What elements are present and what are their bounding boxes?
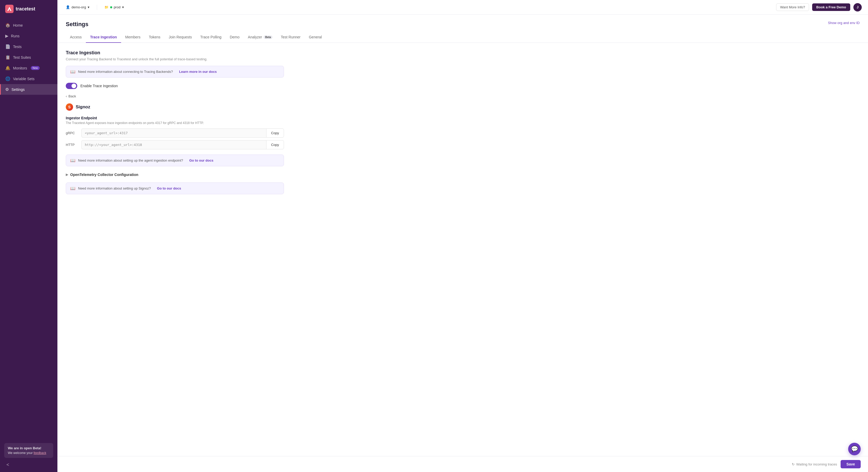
sidebar-item-label: Settings — [11, 87, 25, 92]
sidebar-item-variable-sets[interactable]: 🌐 Variable Sets — [0, 73, 57, 84]
tab-trace-polling[interactable]: Trace Polling — [196, 32, 225, 43]
endpoint-title: Ingestor Endpoint — [66, 116, 284, 120]
tab-analyzer[interactable]: Analyzer Beta — [244, 32, 277, 43]
grpc-value: <your_agent_url>:4317 — [85, 131, 128, 135]
env-status-dot — [110, 6, 112, 8]
active-indicator — [0, 84, 1, 95]
enable-toggle-label: Enable Trace Ingestion — [81, 84, 118, 88]
chat-button[interactable]: 💬 — [848, 443, 861, 455]
http-input: http://<your_agent_url>:4318 — [82, 140, 266, 149]
tabs: Access Trace Ingestion Members Tokens Jo… — [57, 32, 868, 43]
tab-join-requests[interactable]: Join Requests — [165, 32, 196, 43]
signoz-docs-link[interactable]: Go to our docs — [157, 186, 181, 190]
signoz-info-text: Need more information about setting up S… — [78, 186, 151, 190]
runs-icon: ▶ — [5, 33, 8, 38]
logo: tracetest — [0, 0, 57, 18]
sidebar-item-label: Test Suites — [13, 55, 31, 60]
sidebar-nav: 🏠 Home ▶ Runs 📄 Tests 📋 Test Suites 🔔 Mo… — [0, 18, 57, 439]
topbar-right: Want More Info? Book a Free Demo J — [776, 3, 862, 11]
http-copy-button[interactable]: Copy — [266, 140, 284, 149]
info-icon: 📖 — [70, 69, 75, 74]
grpc-label: gRPC — [66, 131, 82, 135]
sidebar-item-home[interactable]: 🏠 Home — [0, 20, 57, 31]
topbar-divider — [97, 5, 97, 10]
user-icon: 👤 — [66, 5, 70, 9]
tests-icon: 📄 — [5, 44, 10, 49]
tab-access[interactable]: Access — [66, 32, 86, 43]
otel-section-toggle[interactable]: ▶ OpenTelemetry Collector Configuration — [66, 172, 284, 178]
grpc-copy-button[interactable]: Copy — [266, 128, 284, 138]
org-name: demo-org — [71, 5, 86, 9]
http-endpoint-row: HTTP http://<your_agent_url>:4318 Copy — [66, 140, 284, 149]
learn-more-link[interactable]: Learn more in our docs — [179, 70, 217, 73]
chat-icon: 💬 — [851, 446, 858, 452]
monitors-badge: New — [31, 66, 40, 70]
sidebar-item-label: Variable Sets — [13, 77, 34, 81]
provider-name: Signoz — [76, 105, 90, 110]
provider-header: S Signoz — [66, 104, 284, 111]
content: Settings Show org and env ID Access Trac… — [57, 14, 868, 472]
sidebar-item-label: Tests — [13, 45, 22, 49]
grpc-input: <your_agent_url>:4317 — [82, 128, 266, 138]
sidebar-item-tests[interactable]: 📄 Tests — [0, 41, 57, 52]
env-folder-icon: 📁 — [104, 5, 108, 9]
enable-trace-ingestion-toggle[interactable] — [66, 83, 77, 89]
info-icon-3: 📖 — [70, 186, 75, 191]
home-icon: 🏠 — [5, 23, 10, 28]
env-name: prod — [114, 5, 121, 9]
sidebar-bottom: We are in open Beta! We welcome your fee… — [0, 439, 57, 472]
page-title: Settings — [66, 21, 89, 28]
trace-ingestion-subtitle: Connect your Tracing Backend to Tracetes… — [66, 57, 284, 61]
endpoint-section: Ingestor Endpoint The Tracetest Agent ex… — [66, 116, 284, 149]
sidebar-item-label: Monitors — [13, 66, 27, 70]
endpoint-desc: The Tracetest Agent exposes trace ingest… — [66, 121, 284, 125]
logo-text: tracetest — [16, 6, 35, 12]
info-icon-2: 📖 — [70, 158, 75, 163]
tab-test-runner[interactable]: Test Runner — [277, 32, 305, 43]
trace-ingestion-info-box: 📖 Need more information about connecting… — [66, 66, 284, 78]
env-selector[interactable]: 📁 prod ▾ — [102, 4, 126, 10]
agent-info-text: Need more information about setting up t… — [78, 158, 183, 163]
tab-demo[interactable]: Demo — [225, 32, 244, 43]
analyzer-badge: Beta — [264, 35, 273, 39]
monitors-icon: 🔔 — [5, 65, 10, 70]
page-header-row: Settings Show org and env ID — [66, 21, 860, 32]
back-button[interactable]: ‹ Back — [66, 94, 284, 98]
env-chevron-icon: ▾ — [122, 5, 124, 9]
sidebar-item-monitors[interactable]: 🔔 Monitors New — [0, 63, 57, 73]
tab-trace-ingestion[interactable]: Trace Ingestion — [86, 32, 121, 43]
tab-general[interactable]: General — [305, 32, 326, 43]
sidebar-item-test-suites[interactable]: 📋 Test Suites — [0, 52, 57, 63]
org-selector[interactable]: 👤 demo-org ▾ — [64, 4, 92, 10]
tab-tokens[interactable]: Tokens — [145, 32, 164, 43]
waiting-status: ↻ Waiting for incoming traces — [792, 462, 837, 466]
sidebar-item-runs[interactable]: ▶ Runs — [0, 31, 57, 41]
main: 👤 demo-org ▾ 📁 prod ▾ Want More Info? Bo… — [57, 0, 868, 472]
info-box-text: Need more information about connecting t… — [78, 70, 173, 73]
spinner-icon: ↻ — [792, 462, 795, 466]
save-button[interactable]: Save — [841, 460, 861, 468]
tab-members[interactable]: Members — [121, 32, 145, 43]
topbar-left: 👤 demo-org ▾ 📁 prod ▾ — [64, 4, 772, 10]
http-label: HTTP — [66, 143, 82, 147]
beta-title: We are in open Beta! — [8, 446, 50, 450]
beta-feedback-link[interactable]: feedback — [33, 451, 46, 455]
sidebar-item-label: Home — [13, 23, 23, 27]
test-suites-icon: 📋 — [5, 55, 10, 60]
trace-ingestion-title: Trace Ingestion — [66, 50, 284, 56]
page-header: Settings Show org and env ID — [57, 14, 868, 32]
grpc-endpoint-row: gRPC <your_agent_url>:4317 Copy — [66, 128, 284, 138]
go-to-docs-link[interactable]: Go to our docs — [189, 158, 213, 163]
sidebar-collapse-button[interactable]: < — [4, 461, 11, 468]
beta-box: We are in open Beta! We welcome your fee… — [4, 443, 53, 458]
want-more-button[interactable]: Want More Info? — [776, 3, 809, 11]
otel-chevron-icon: ▶ — [66, 173, 68, 176]
enable-toggle-row: Enable Trace Ingestion — [66, 83, 284, 89]
book-demo-button[interactable]: Book a Free Demo — [812, 3, 850, 11]
signoz-icon: S — [66, 104, 73, 111]
avatar: J — [854, 3, 862, 11]
sidebar-item-settings[interactable]: ⚙ Settings — [0, 84, 57, 95]
show-org-link[interactable]: Show org and env ID — [828, 21, 860, 25]
variable-sets-icon: 🌐 — [5, 76, 10, 81]
back-arrow-icon: ‹ — [66, 94, 67, 98]
